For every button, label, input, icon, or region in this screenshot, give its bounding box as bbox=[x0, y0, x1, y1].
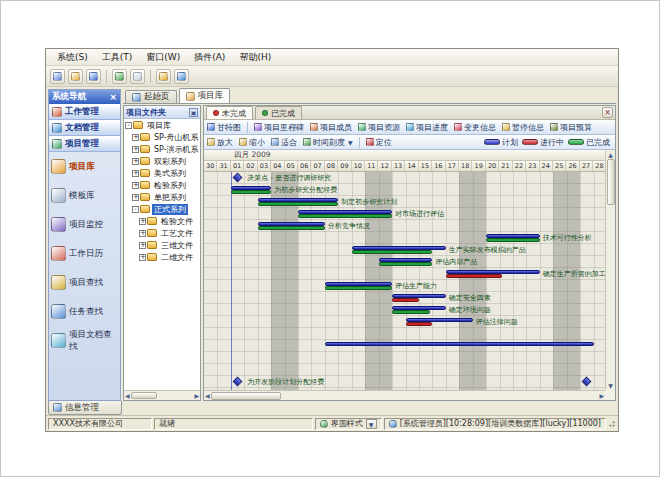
tree-hscrollbar[interactable]: ◀ ▶ bbox=[124, 390, 200, 400]
task-bar[interactable] bbox=[446, 270, 540, 278]
ui-style-panel[interactable]: 界面样式 ▼ bbox=[315, 418, 382, 430]
ribbon-item-3[interactable]: 项目资源 bbox=[358, 122, 400, 133]
tree-item-4[interactable]: +美式系列 bbox=[125, 167, 200, 179]
tree-expander-icon[interactable]: + bbox=[139, 230, 146, 237]
mail-icon[interactable] bbox=[130, 69, 145, 84]
tree-expander-icon[interactable]: + bbox=[132, 182, 139, 189]
tree-item-10[interactable]: +三维文件 bbox=[125, 239, 200, 251]
ribbon-item-2[interactable]: 项目成员 bbox=[310, 122, 352, 133]
sidebar-group-project-management[interactable]: 项目管理 bbox=[49, 136, 120, 152]
zoom-item-4[interactable]: 定位 bbox=[366, 137, 392, 148]
ribbon-item-6[interactable]: 暂停信息 bbox=[502, 122, 544, 133]
ribbon-item-7[interactable]: 项目预算 bbox=[550, 122, 592, 133]
tree-expander-icon[interactable]: + bbox=[132, 134, 139, 141]
tree-expander-icon[interactable]: - bbox=[132, 206, 139, 213]
tree-item-6[interactable]: +单把系列 bbox=[125, 191, 200, 203]
day-cell: 26 bbox=[566, 161, 579, 171]
tab-1[interactable]: 项目库 bbox=[179, 88, 231, 103]
help-icon[interactable] bbox=[174, 69, 189, 84]
ribbon-item-5[interactable]: 变更信息 bbox=[454, 122, 496, 133]
folder-icon bbox=[147, 217, 157, 225]
gantt-vscrollbar[interactable]: ▲ ▼ bbox=[605, 150, 615, 390]
task-bar[interactable] bbox=[258, 222, 325, 230]
task-bar[interactable] bbox=[231, 186, 271, 194]
open-icon[interactable] bbox=[68, 69, 83, 84]
menu-item-1[interactable]: 工具(T) bbox=[95, 49, 140, 66]
ui-style-dropdown-icon[interactable]: ▼ bbox=[366, 419, 377, 429]
tree-expander-icon[interactable]: + bbox=[139, 242, 146, 249]
tree-expander-icon[interactable]: + bbox=[132, 158, 139, 165]
task-bar[interactable] bbox=[392, 294, 446, 302]
ribbon-item-1[interactable]: 项目里程碑 bbox=[254, 122, 304, 133]
tree-expander-icon[interactable]: + bbox=[139, 254, 146, 261]
status-tab-0[interactable]: 未完成 bbox=[206, 106, 253, 119]
task-bar[interactable] bbox=[325, 282, 392, 290]
refresh-icon[interactable] bbox=[112, 69, 127, 84]
sidebar-item-1[interactable]: 模板库 bbox=[49, 181, 120, 210]
task-bar[interactable] bbox=[406, 318, 473, 326]
tree-expander-icon[interactable]: - bbox=[125, 122, 132, 129]
task-bar[interactable] bbox=[325, 342, 594, 350]
tree-expander-icon[interactable]: + bbox=[132, 194, 139, 201]
milestone-marker[interactable] bbox=[232, 173, 242, 183]
lock-icon[interactable] bbox=[156, 69, 171, 84]
task-bar[interactable] bbox=[298, 210, 392, 218]
tree-hscroll-thumb[interactable] bbox=[131, 392, 157, 399]
tree-expander-icon[interactable]: + bbox=[132, 146, 139, 153]
info-management-tab[interactable]: 信息管理 bbox=[48, 401, 122, 415]
ribbon-item-0[interactable]: 甘特图 bbox=[207, 122, 241, 133]
sidebar-item-3[interactable]: 工作日历 bbox=[49, 239, 120, 268]
menu-item-0[interactable]: 系统(S) bbox=[50, 49, 95, 66]
tree-item-7[interactable]: -正式系列 bbox=[125, 203, 200, 215]
tree-item-8[interactable]: +检验文件 bbox=[125, 215, 200, 227]
milestone-marker[interactable] bbox=[581, 377, 591, 387]
sidebar-item-2[interactable]: 项目监控 bbox=[49, 210, 120, 239]
scroll-right-icon[interactable]: ▶ bbox=[599, 392, 604, 399]
milestone-marker[interactable] bbox=[232, 377, 242, 387]
gantt-vscroll-thumb[interactable] bbox=[607, 159, 615, 205]
tree-item-2[interactable]: +SP-演示机系 bbox=[125, 143, 200, 155]
tree-expander-icon[interactable]: + bbox=[139, 218, 146, 225]
sidebar-item-4[interactable]: 项目查找 bbox=[49, 268, 120, 297]
tree-item-9[interactable]: +工艺文件 bbox=[125, 227, 200, 239]
tree-item-11[interactable]: +二维文件 bbox=[125, 251, 200, 263]
menu-item-3[interactable]: 插件(A) bbox=[187, 49, 232, 66]
scroll-right-icon[interactable]: ▶ bbox=[194, 392, 199, 399]
task-bar[interactable] bbox=[379, 258, 433, 266]
sidebar-item-5[interactable]: 任务查找 bbox=[49, 297, 120, 326]
sidebar-item-0[interactable]: 项目库 bbox=[49, 152, 120, 181]
tree-item-5[interactable]: +检验系列 bbox=[125, 179, 200, 191]
status-tab-1[interactable]: 已完成 bbox=[255, 106, 302, 119]
scroll-down-icon[interactable]: ▼ bbox=[608, 382, 613, 389]
task-bar[interactable] bbox=[258, 198, 339, 206]
tab-0[interactable]: 起始页 bbox=[125, 90, 177, 103]
gantt-hscroll-thumb[interactable] bbox=[211, 392, 281, 400]
pin-icon[interactable]: ▣ bbox=[189, 108, 198, 117]
menu-item-2[interactable]: 窗口(W) bbox=[139, 49, 187, 66]
tree-expander-icon[interactable]: + bbox=[132, 170, 139, 177]
task-bar[interactable] bbox=[486, 234, 540, 242]
sidebar-group-work-management[interactable]: 工作管理 bbox=[49, 104, 120, 120]
sidebar-item-6[interactable]: 项目文档查找 bbox=[49, 326, 120, 355]
scroll-left-icon[interactable]: ◀ bbox=[205, 392, 210, 399]
sidebar-group-document-management[interactable]: 文档管理 bbox=[49, 120, 120, 136]
zoom-item-2[interactable]: 适合 bbox=[271, 137, 297, 148]
new-icon[interactable] bbox=[50, 69, 65, 84]
ribbon-item-4[interactable]: 项目进度 bbox=[406, 122, 448, 133]
zoom-item-0[interactable]: 放大 bbox=[207, 137, 233, 148]
resize-grip[interactable] bbox=[608, 420, 616, 428]
tree-item-0[interactable]: -项目库 bbox=[125, 119, 200, 131]
tab-close-icon[interactable]: × bbox=[602, 107, 613, 118]
scroll-left-icon[interactable]: ◀ bbox=[125, 392, 130, 399]
scroll-up-icon[interactable]: ▲ bbox=[608, 151, 613, 158]
zoom-item-1[interactable]: 缩小 bbox=[239, 137, 265, 148]
save-icon[interactable] bbox=[86, 69, 101, 84]
tree-item-3[interactable]: +双彩系列 bbox=[125, 155, 200, 167]
sidebar-close-icon[interactable]: × bbox=[109, 93, 117, 101]
task-bar[interactable] bbox=[352, 246, 446, 254]
menu-item-4[interactable]: 帮助(H) bbox=[232, 49, 278, 66]
gantt-hscrollbar[interactable]: ◀ ▶ bbox=[204, 390, 605, 400]
task-bar[interactable] bbox=[392, 306, 446, 314]
tree-item-1[interactable]: +SP-舟山机系 bbox=[125, 131, 200, 143]
zoom-item-3[interactable]: 时间刻度▼ bbox=[303, 137, 353, 148]
